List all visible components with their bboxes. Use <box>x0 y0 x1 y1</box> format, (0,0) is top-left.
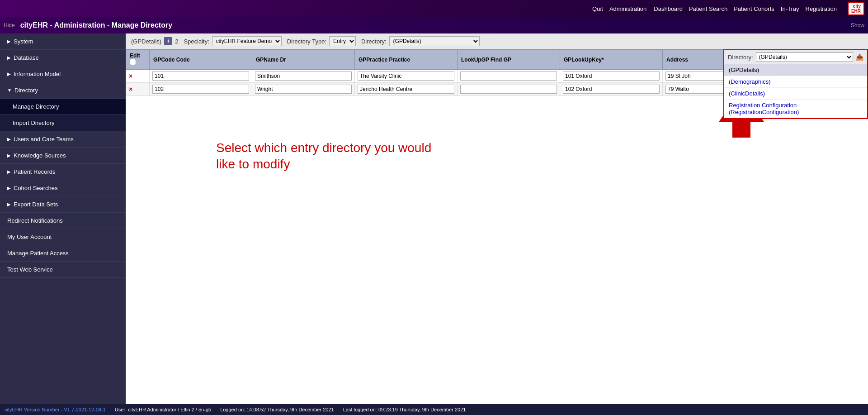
directory-dropdown-overlay: Directory: (GPDetails) 📤 (GPDetails)(Dem… <box>723 49 868 119</box>
sidebar-item-cohort-searches[interactable]: ▶Cohort Searches <box>0 180 126 196</box>
lookupkey-input[interactable] <box>563 72 660 81</box>
dropdown-option-list: (GPDetails)(Demographics)(ClinicDetails)… <box>724 64 867 118</box>
col-gpcode: GPCode Code <box>150 50 252 70</box>
directory-label: Directory: <box>361 38 387 45</box>
dropdown-option-regconfig[interactable]: Registration Configuration (Registration… <box>724 100 867 118</box>
gpcode-input[interactable] <box>152 72 249 81</box>
specialty-label: Specialty: <box>184 38 209 45</box>
status-bar: cityEHR Version Number - V1.7-2021-12-08… <box>0 404 868 415</box>
sidebar-item-label: Directory <box>14 87 38 94</box>
col-gpname: GPName Dr <box>252 50 355 70</box>
table-area: Edit GPCode Code GPName Dr GPPractice Pr… <box>126 49 868 404</box>
sidebar-item-export-data-sets[interactable]: ▶Export Data Sets <box>0 196 126 213</box>
cell-gpname <box>252 83 355 96</box>
arrow-icon: ▶ <box>7 202 11 207</box>
cell-gppractice <box>355 83 458 96</box>
sidebar-item-label: Information Model <box>14 71 61 77</box>
dropdown-dir-select[interactable]: (GPDetails) <box>756 52 853 62</box>
cell-lookupkey <box>560 83 662 96</box>
dir-type-select[interactable]: Entry <box>329 36 356 46</box>
cell-lookupgp <box>458 70 560 83</box>
dashboard-link[interactable]: Dashboard <box>654 5 683 12</box>
sidebar-item-label: Test Web Service <box>7 266 53 273</box>
version-label: cityEHR Version Number - V1.7-2021-12-08… <box>5 407 106 412</box>
administration-link[interactable]: Administration <box>609 5 646 12</box>
col-gppractice: GPPractice Practice <box>355 50 458 70</box>
top-bar: Quit Administration Dashboard Patient Se… <box>0 0 868 17</box>
arrow-icon: ▶ <box>7 39 11 44</box>
cell-gpname <box>252 70 355 83</box>
delete-row-button[interactable]: × <box>129 86 132 93</box>
dropdown-header: Directory: (GPDetails) 📤 <box>724 50 867 64</box>
cell-gpcode <box>150 70 252 83</box>
sidebar-item-patient-records[interactable]: ▶Patient Records <box>0 164 126 180</box>
sidebar-item-label: Manage Patient Access <box>7 250 69 257</box>
content-area: (GPDetails) + 2 Specialty: cityEHR Featu… <box>126 33 868 404</box>
quit-link[interactable]: Quit <box>592 5 603 12</box>
sidebar-item-label: My User Account <box>7 234 52 240</box>
arrow-icon: ▶ <box>7 186 11 191</box>
arrow-icon: ▶ <box>7 55 11 60</box>
dropdown-dir-label: Directory: <box>728 54 753 61</box>
lookupgp-input[interactable] <box>460 72 557 81</box>
add-entry-button[interactable]: + <box>164 37 172 45</box>
sidebar-item-manage-patient-access[interactable]: Manage Patient Access <box>0 245 126 262</box>
directory-select[interactable]: (GPDetails) <box>389 36 480 46</box>
hide-button[interactable]: Hide <box>4 22 15 29</box>
last-logged-label: Last logged on: 09:23:19 Thursday, 9th D… <box>343 407 466 412</box>
gpname-input[interactable] <box>255 72 352 81</box>
dropdown-option-demographics[interactable]: (Demographics) <box>724 76 867 88</box>
arrow-icon: ▶ <box>7 153 11 158</box>
delete-row-button[interactable]: × <box>129 72 132 80</box>
sidebar-item-database[interactable]: ▶Database <box>0 50 126 66</box>
sidebar-item-test-web-service[interactable]: Test Web Service <box>0 262 126 278</box>
arrow-icon: ▼ <box>7 88 12 93</box>
gppractice-input[interactable] <box>358 85 454 94</box>
nav-bar: Hide cityEHR - Administration - Manage D… <box>0 17 868 33</box>
dropdown-option-clinicdetails[interactable]: (ClinicDetails) <box>724 88 867 100</box>
sidebar-item-redirect-notifications[interactable]: Redirect Notifications <box>0 213 126 229</box>
cell-lookupkey <box>560 70 662 83</box>
specialty-select[interactable]: cityEHR Feature Demo <box>212 36 282 46</box>
patient-search-link[interactable]: Patient Search <box>689 5 727 12</box>
main-layout: ▶System▶Database▶Information Model▼Direc… <box>0 33 868 404</box>
gppractice-input[interactable] <box>358 72 454 81</box>
sidebar-item-label: System <box>14 38 33 45</box>
sidebar-item-system[interactable]: ▶System <box>0 33 126 50</box>
cell-lookupgp <box>458 83 560 96</box>
sidebar-item-label: Knowledge Sources <box>14 152 66 159</box>
dir-type-group: Directory Type: Entry <box>287 36 356 46</box>
sidebar-item-my-user-account[interactable]: My User Account <box>0 229 126 245</box>
user-label: User: cityEHR Administrator / Elfin 2 / … <box>115 407 211 412</box>
registration-link[interactable]: Registration <box>806 5 837 12</box>
directory-group: Directory: (GPDetails) <box>361 36 480 46</box>
sidebar-item-label: Export Data Sets <box>14 201 58 208</box>
sidebar-item-knowledge-sources[interactable]: ▶Knowledge Sources <box>0 148 126 164</box>
lookupgp-input[interactable] <box>460 85 557 94</box>
sidebar-item-label: Import Directory <box>13 119 54 126</box>
sidebar-item-manage-directory[interactable]: Manage Directory <box>0 99 126 115</box>
specialty-group: Specialty: cityEHR Feature Demo <box>184 36 281 46</box>
gpname-input[interactable] <box>255 85 352 94</box>
dropdown-option-gpdetails[interactable]: (GPDetails) <box>724 64 867 76</box>
sidebar-item-information-model[interactable]: ▶Information Model <box>0 66 126 82</box>
logged-on-label: Logged on: 14:08:52 Thursday, 9th Decemb… <box>220 407 334 412</box>
nav-links: Dashboard Patient Search Patient Cohorts… <box>654 5 837 12</box>
sidebar-item-label: Cohort Searches <box>14 185 58 191</box>
city-ehr-logo: city EHR <box>848 2 864 15</box>
sidebar-item-import-directory[interactable]: Import Directory <box>0 115 126 131</box>
show-button[interactable]: Show <box>851 22 864 29</box>
sidebar: ▶System▶Database▶Information Model▼Direc… <box>0 33 126 404</box>
select-all-checkbox[interactable] <box>130 59 136 65</box>
in-tray-link[interactable]: In-Tray <box>781 5 799 12</box>
patient-cohorts-link[interactable]: Patient Cohorts <box>734 5 774 12</box>
export-button[interactable]: 📤 <box>856 53 863 61</box>
cell-gppractice <box>355 70 458 83</box>
lookupkey-input[interactable] <box>563 85 660 94</box>
top-links: Quit Administration <box>592 5 646 12</box>
sidebar-item-users-care-teams[interactable]: ▶Users and Care Teams <box>0 131 126 148</box>
sidebar-item-directory[interactable]: ▼Directory <box>0 82 126 99</box>
entry-label: (GPDetails) <box>131 38 161 45</box>
gpcode-input[interactable] <box>152 85 249 94</box>
toolbar-row: (GPDetails) + 2 Specialty: cityEHR Featu… <box>126 33 868 49</box>
